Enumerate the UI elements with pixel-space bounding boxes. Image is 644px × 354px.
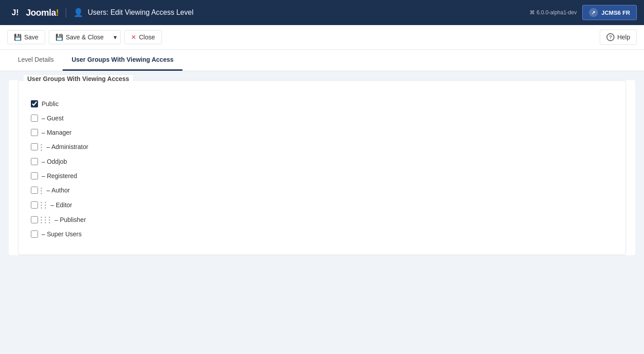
list-item: – Author [29, 183, 615, 198]
logo-text: Joomla! [26, 8, 59, 18]
save-close-icon: 💾 [55, 34, 63, 41]
joomla-logo[interactable]: J! Joomla! [7, 4, 59, 21]
publisher-label: – Publisher [55, 216, 86, 223]
joomla-logo-icon: J! [7, 4, 23, 21]
manager-label: – Manager [42, 129, 72, 136]
svg-text:J!: J! [12, 8, 19, 17]
close-button[interactable]: ✕ Close [124, 30, 162, 44]
fieldset-box: User Groups With Viewing Access Public –… [18, 80, 626, 255]
author-label: – Author [47, 187, 70, 194]
header-title: 👤 Users: Edit Viewing Access Level [66, 8, 193, 17]
save-close-button[interactable]: 💾 Save & Close [49, 30, 110, 44]
administrator-checkbox[interactable] [31, 143, 38, 150]
super-users-checkbox[interactable] [31, 230, 38, 238]
toolbar-left: 💾 Save 💾 Save & Close ▾ ✕ Close [7, 30, 162, 44]
indent-dots-3b [45, 201, 47, 209]
indent-dots-4b [45, 216, 47, 223]
oddjob-label: – Oddjob [42, 158, 67, 165]
administrator-label: – Administrator [47, 143, 88, 150]
list-item: – Super Users [29, 227, 615, 241]
app-header: J! Joomla! 👤 Users: Edit Viewing Access … [0, 0, 644, 25]
users-icon: 👤 [73, 8, 83, 17]
public-label: Public [42, 100, 59, 107]
author-checkbox[interactable] [31, 187, 38, 194]
guest-label: – Guest [42, 115, 64, 122]
registered-label: – Registered [42, 172, 77, 179]
help-button[interactable]: ? Help [600, 30, 637, 45]
save-dropdown-button[interactable]: ▾ [110, 30, 121, 44]
version-text: ⌘ 6.0.0-alpha1-dev [530, 9, 576, 16]
cms-badge-button[interactable]: ↗ JCMS6 FR [582, 5, 637, 20]
oddjob-checkbox[interactable] [31, 158, 38, 165]
header-right: ⌘ 6.0.0-alpha1-dev ↗ JCMS6 FR [530, 5, 637, 20]
save-button[interactable]: 💾 Save [7, 30, 45, 44]
public-checkbox[interactable] [31, 100, 38, 107]
content-panel: User Groups With Viewing Access Public –… [9, 80, 635, 255]
super-users-label: – Super Users [42, 230, 81, 238]
close-icon: ✕ [131, 34, 136, 41]
list-item: – Administrator [29, 140, 615, 154]
header-left: J! Joomla! 👤 Users: Edit Viewing Access … [7, 4, 193, 21]
help-icon: ? [606, 33, 614, 41]
cms-badge-icon: ↗ [589, 8, 598, 17]
user-groups-list: Public – Guest – Manager [29, 97, 615, 241]
fieldset-legend: User Groups With Viewing Access [24, 75, 133, 82]
indent-dots-4c [49, 216, 51, 223]
editor-label: – Editor [51, 201, 72, 209]
list-item: – Manager [29, 125, 615, 140]
list-item: – Oddjob [29, 154, 615, 169]
publisher-checkbox[interactable] [31, 216, 38, 223]
list-item: – Registered [29, 169, 615, 183]
save-icon: 💾 [14, 34, 21, 41]
registered-checkbox[interactable] [31, 172, 38, 179]
toolbar: 💾 Save 💾 Save & Close ▾ ✕ Close ? Help [0, 25, 644, 50]
main-content: Level Details User Groups With Viewing A… [0, 50, 644, 255]
list-item: Public [29, 97, 615, 111]
save-close-group: 💾 Save & Close ▾ [49, 30, 121, 44]
indent-dots-2 [41, 187, 43, 194]
indent-dots-4a [41, 216, 43, 223]
tab-user-groups[interactable]: User Groups With Viewing Access [63, 50, 182, 71]
indent-dots-3a [41, 201, 43, 209]
chevron-down-icon: ▾ [114, 34, 117, 41]
manager-checkbox[interactable] [31, 129, 38, 136]
list-item: – Publisher [29, 212, 615, 227]
tabs: Level Details User Groups With Viewing A… [0, 50, 644, 71]
list-item: – Editor [29, 198, 615, 213]
list-item: – Guest [29, 111, 615, 125]
tab-level-details[interactable]: Level Details [9, 50, 63, 71]
guest-checkbox[interactable] [31, 115, 38, 122]
editor-checkbox[interactable] [31, 201, 38, 209]
indent-dots-1 [41, 143, 43, 151]
